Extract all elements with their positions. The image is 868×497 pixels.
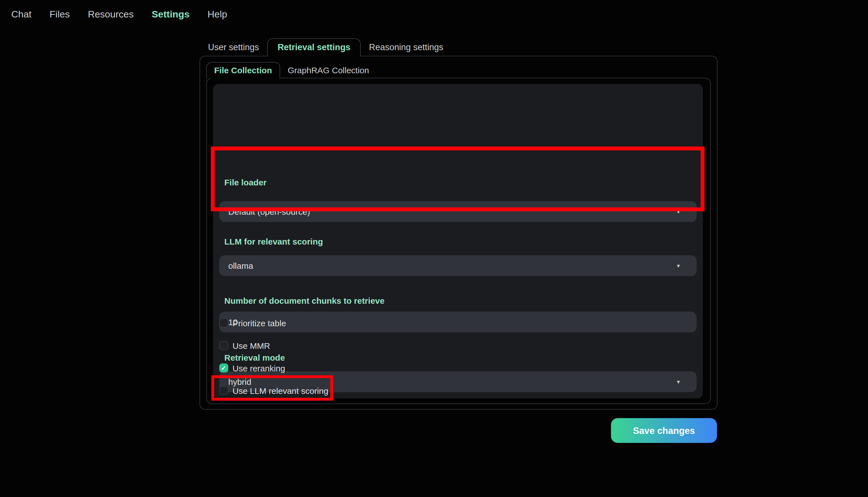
llm-scoring-dropdown[interactable]: ollama ▼: [219, 255, 697, 276]
use-llm-relevant-scoring-checkbox[interactable]: [219, 386, 228, 395]
file-loader-dropdown[interactable]: Default (open-source) ▼: [219, 201, 697, 222]
check-icon: ✓: [221, 365, 226, 371]
use-mmr-label: Use MMR: [232, 341, 270, 350]
file-loader-label: File loader: [224, 178, 267, 187]
prioritize-table-checkbox[interactable]: [219, 319, 228, 327]
subtab-graphrag-collection[interactable]: GraphRAG Collection: [280, 62, 377, 78]
num-chunks-input[interactable]: [228, 317, 688, 327]
nav-item-chat[interactable]: Chat: [11, 9, 31, 20]
tab-reasoning-settings[interactable]: Reasoning settings: [360, 38, 452, 56]
prioritize-table-label: Prioritize table: [232, 318, 286, 328]
save-changes-button[interactable]: Save changes: [611, 418, 717, 443]
checkbox-row: Prioritize table: [219, 318, 286, 327]
save-changes-label: Save changes: [633, 425, 695, 436]
nav-item-help[interactable]: Help: [208, 9, 227, 20]
checkbox-row: ✓ Use reranking: [219, 364, 285, 372]
settings-page: Chat Files Resources Settings Help User …: [0, 0, 868, 497]
settings-tabs: User settings Retrieval settings Reasoni…: [200, 38, 452, 56]
nav-item-files[interactable]: Files: [49, 9, 70, 20]
tab-user-settings[interactable]: User settings: [200, 38, 268, 56]
num-chunks-label: Number of document chunks to retrieve: [224, 296, 384, 306]
subtab-file-collection[interactable]: File Collection: [206, 62, 280, 78]
tab-retrieval-settings[interactable]: Retrieval settings: [268, 38, 360, 56]
file-loader-value: Default (open-source): [228, 207, 676, 216]
nav-item-resources[interactable]: Resources: [88, 9, 134, 20]
use-mmr-checkbox[interactable]: [219, 341, 228, 350]
top-nav: Chat Files Resources Settings Help: [11, 9, 227, 20]
checkbox-row: Use MMR: [219, 341, 270, 350]
collection-subtabs: File Collection GraphRAG Collection: [206, 62, 377, 78]
use-llm-relevant-scoring-label: Use LLM relevant scoring: [232, 386, 328, 395]
num-chunks-input-wrap: [219, 312, 697, 332]
llm-scoring-label: LLM for relevant scoring: [224, 237, 323, 246]
chevron-down-icon: ▼: [676, 379, 681, 385]
llm-scoring-value: ollama: [228, 261, 676, 270]
use-reranking-checkbox[interactable]: ✓: [219, 364, 228, 372]
use-reranking-label: Use reranking: [232, 363, 285, 373]
retrieval-mode-value: hybrid: [228, 377, 676, 386]
chevron-down-icon: ▼: [676, 209, 681, 214]
retrieval-mode-label: Retrieval mode: [224, 353, 285, 362]
file-collection-form: File loader Default (open-source) ▼ LLM …: [213, 84, 703, 398]
chevron-down-icon: ▼: [676, 263, 681, 269]
checkbox-row: Use LLM relevant scoring: [219, 386, 328, 395]
nav-item-settings[interactable]: Settings: [152, 9, 189, 20]
